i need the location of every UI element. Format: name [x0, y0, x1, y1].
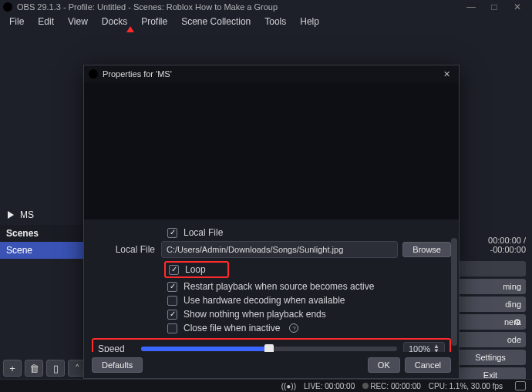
close-button[interactable]: ✕	[506, 2, 529, 12]
menu-help[interactable]: Help	[295, 15, 324, 28]
play-icon	[8, 211, 14, 219]
controls-button[interactable]: nera⚙	[455, 314, 526, 330]
hw-decode-checkbox[interactable]: Use hardware decoding when available	[92, 295, 345, 306]
local-file-checkbox[interactable]: Local File	[92, 227, 223, 238]
controls-button[interactable]: ding	[455, 297, 526, 312]
speed-value: 100%	[409, 344, 430, 352]
add-button[interactable]: +	[3, 360, 22, 377]
speed-value-stepper[interactable]: 100% ▲▼	[403, 342, 445, 352]
browse-button[interactable]: Browse	[402, 242, 451, 257]
help-icon[interactable]: ?	[289, 323, 298, 333]
status-bar: ((●)) LIVE: 00:00:00 REC: 00:00:00 CPU: …	[0, 379, 532, 392]
obs-icon	[89, 69, 98, 79]
local-file-input[interactable]	[161, 241, 398, 258]
minimize-button[interactable]: —	[460, 2, 483, 12]
loop-checkbox[interactable]: Loop	[164, 261, 229, 278]
close-file-checkbox[interactable]: Close file when inactive?	[92, 323, 298, 333]
dialog-titlebar[interactable]: Properties for 'MS' ✕	[84, 65, 459, 82]
local-file-label: Local File	[92, 244, 161, 255]
menu-scene-collection[interactable]: Scene Collection	[177, 15, 255, 28]
status-cpu: CPU: 1.1%, 30.00 fps	[429, 382, 503, 390]
checkbox-icon	[167, 282, 177, 292]
sources-item[interactable]: MS	[0, 205, 89, 225]
dock-icon[interactable]	[515, 381, 526, 390]
gear-icon[interactable]: ⚙	[513, 317, 521, 327]
restart-checkbox[interactable]: Restart playback when source becomes act…	[92, 281, 374, 292]
titlebar: OBS 29.1.3 - Profile: Untitled - Scenes:…	[0, 0, 532, 14]
maximize-button[interactable]: □	[483, 2, 506, 12]
checkbox-label: Restart playback when source becomes act…	[184, 281, 374, 292]
controls-button[interactable]: ming	[455, 279, 526, 294]
scenes-header: Scenes	[0, 225, 89, 242]
checkbox-icon	[167, 296, 177, 306]
scrollbar[interactable]	[451, 238, 457, 346]
slider-thumb-icon[interactable]	[264, 344, 274, 352]
source-preview	[84, 82, 459, 219]
menu-edit[interactable]: Edit	[33, 15, 59, 28]
speed-row: Speed 100% ▲▼	[92, 338, 451, 352]
rec-dot-icon	[362, 383, 369, 389]
cancel-button[interactable]: Cancel	[405, 357, 451, 373]
checkbox-label: Use hardware decoding when available	[184, 295, 345, 306]
menu-tools[interactable]: Tools	[260, 15, 291, 28]
checkbox-icon	[169, 265, 179, 275]
window-title: OBS 29.1.3 - Profile: Untitled - Scenes:…	[17, 2, 278, 12]
duration-display: 00:00:00 / -00:00:00	[455, 236, 526, 259]
dialog-title: Properties for 'MS'	[103, 69, 172, 79]
status-rec: REC: 00:00:00	[370, 382, 421, 390]
speed-slider[interactable]	[141, 347, 397, 351]
status-live: LIVE: 00:00:00	[304, 382, 355, 390]
chevron-down-icon[interactable]: ▼	[433, 349, 439, 352]
filter-button[interactable]: ▯	[46, 360, 65, 377]
signal-icon: ((●))	[281, 382, 296, 390]
scene-item[interactable]: Scene	[0, 242, 89, 259]
sources-item-label: MS	[20, 209, 34, 220]
checkbox-label: Local File	[184, 227, 223, 238]
app-logo-icon	[3, 2, 12, 12]
remove-button[interactable]: 🗑	[25, 360, 43, 377]
menu-file[interactable]: File	[5, 15, 29, 28]
checkbox-icon	[167, 323, 177, 333]
checkbox-label: Close file when inactive	[184, 323, 280, 333]
menu-profile[interactable]: Profile	[136, 15, 172, 28]
show-nothing-checkbox[interactable]: Show nothing when playback ends	[92, 309, 326, 320]
checkbox-icon	[167, 228, 177, 238]
menu-view[interactable]: View	[63, 15, 93, 28]
settings-button[interactable]: Settings	[455, 350, 526, 365]
menu-bar: File Edit View Docks Profile Scene Colle…	[0, 14, 532, 29]
defaults-button[interactable]: Defaults	[92, 357, 143, 373]
ok-button[interactable]: OK	[368, 357, 400, 373]
checkbox-label: Loop	[185, 264, 206, 275]
properties-dialog: Properties for 'MS' ✕ Local File Local F…	[83, 65, 460, 379]
controls-button[interactable]: ode	[455, 332, 526, 347]
checkbox-label: Show nothing when playback ends	[184, 309, 326, 320]
controls-button[interactable]	[455, 261, 526, 276]
speed-label: Speed	[98, 343, 135, 352]
dialog-close-button[interactable]: ✕	[439, 69, 454, 79]
checkbox-icon	[167, 310, 177, 320]
